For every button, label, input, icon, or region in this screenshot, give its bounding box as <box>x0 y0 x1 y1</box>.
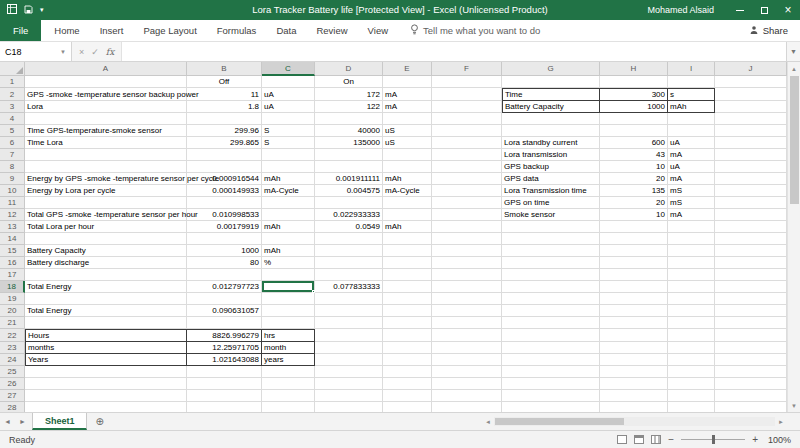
cell-B19[interactable] <box>187 293 262 305</box>
cell-I23[interactable] <box>668 342 715 354</box>
name-box-dropdown-icon[interactable]: ▼ <box>60 49 66 55</box>
cell-J27[interactable] <box>715 390 787 402</box>
cell-C3[interactable]: uA <box>262 101 315 113</box>
cell-C13[interactable]: mAh <box>262 221 315 233</box>
cell-H25[interactable] <box>600 366 668 378</box>
cell-E19[interactable] <box>383 293 432 305</box>
name-box[interactable]: C18 ▼ <box>0 42 72 61</box>
cell-E13[interactable]: mAh <box>383 221 432 233</box>
cell-A11[interactable] <box>25 197 187 209</box>
close-button[interactable]: × <box>776 0 800 20</box>
cell-A21[interactable] <box>25 317 187 329</box>
minimize-button[interactable] <box>728 0 752 20</box>
cell-D17[interactable] <box>315 269 383 281</box>
scroll-up-icon[interactable]: ▲ <box>788 62 800 75</box>
cell-F6[interactable] <box>432 137 502 149</box>
cell-J23[interactable] <box>715 342 787 354</box>
cell-C23[interactable]: month <box>262 342 315 354</box>
cell-D14[interactable] <box>315 233 383 245</box>
cell-D2[interactable]: 172 <box>315 88 383 101</box>
cell-F16[interactable] <box>432 257 502 269</box>
cell-C11[interactable] <box>262 197 315 209</box>
cell-B23[interactable]: 12.25971705 <box>187 342 262 354</box>
cell-F10[interactable] <box>432 185 502 197</box>
row-header-25[interactable]: 25 <box>0 366 25 378</box>
cell-B26[interactable] <box>187 378 262 390</box>
cell-H1[interactable] <box>600 76 668 88</box>
cell-H4[interactable] <box>600 113 668 125</box>
cell-H22[interactable] <box>600 329 668 342</box>
cell-H13[interactable] <box>600 221 668 233</box>
cell-I13[interactable] <box>668 221 715 233</box>
cell-A24[interactable]: Years <box>25 354 187 366</box>
cell-C12[interactable] <box>262 209 315 221</box>
zoom-in-button[interactable]: + <box>752 435 758 445</box>
cell-G27[interactable] <box>502 390 600 402</box>
cell-D11[interactable] <box>315 197 383 209</box>
cell-B25[interactable] <box>187 366 262 378</box>
cell-G14[interactable] <box>502 233 600 245</box>
cell-D25[interactable] <box>315 366 383 378</box>
save-icon[interactable] <box>24 5 33 16</box>
cell-H16[interactable] <box>600 257 668 269</box>
row-header-10[interactable]: 10 <box>0 185 25 197</box>
fill-handle[interactable] <box>312 290 315 293</box>
cell-D3[interactable]: 122 <box>315 101 383 113</box>
cell-A6[interactable]: Time Lora <box>25 137 187 149</box>
cell-I18[interactable] <box>668 281 715 293</box>
cell-B1[interactable]: Off <box>187 76 262 88</box>
cell-D9[interactable]: 0.001911111 <box>315 173 383 185</box>
cell-B17[interactable] <box>187 269 262 281</box>
cell-I12[interactable]: mA <box>668 209 715 221</box>
cell-J15[interactable] <box>715 245 787 257</box>
cell-G22[interactable] <box>502 329 600 342</box>
cell-C19[interactable] <box>262 293 315 305</box>
cell-J5[interactable] <box>715 125 787 137</box>
cell-F5[interactable] <box>432 125 502 137</box>
cell-J16[interactable] <box>715 257 787 269</box>
cell-F19[interactable] <box>432 293 502 305</box>
cell-I6[interactable]: uA <box>668 137 715 149</box>
cell-G16[interactable] <box>502 257 600 269</box>
row-header-12[interactable]: 12 <box>0 209 25 221</box>
ribbon-tab-data[interactable]: Data <box>266 20 306 41</box>
cell-D13[interactable]: 0.0549 <box>315 221 383 233</box>
cell-F4[interactable] <box>432 113 502 125</box>
cell-G2[interactable]: Time <box>502 88 600 101</box>
cell-E17[interactable] <box>383 269 432 281</box>
cell-I16[interactable] <box>668 257 715 269</box>
cell-C17[interactable] <box>262 269 315 281</box>
cell-E21[interactable] <box>383 317 432 329</box>
cell-A28[interactable] <box>25 402 187 412</box>
cell-E14[interactable] <box>383 233 432 245</box>
row-header-21[interactable]: 21 <box>0 317 25 329</box>
cell-G17[interactable] <box>502 269 600 281</box>
cell-H18[interactable] <box>600 281 668 293</box>
cell-A15[interactable]: Battery Capacity <box>25 245 187 257</box>
cell-B8[interactable] <box>187 161 262 173</box>
cell-B3[interactable]: 1.8 <box>187 101 262 113</box>
cell-D27[interactable] <box>315 390 383 402</box>
horizontal-scrollbar-thumb[interactable] <box>495 418 624 425</box>
cell-C6[interactable]: S <box>262 137 315 149</box>
cell-B18[interactable]: 0.012797723 <box>187 281 262 293</box>
cell-C14[interactable] <box>262 233 315 245</box>
row-header-16[interactable]: 16 <box>0 257 25 269</box>
zoom-percent[interactable]: 100% <box>765 435 791 445</box>
cell-G13[interactable] <box>502 221 600 233</box>
cell-E27[interactable] <box>383 390 432 402</box>
cell-J1[interactable] <box>715 76 787 88</box>
cell-I17[interactable] <box>668 269 715 281</box>
cell-B10[interactable]: 0.000149933 <box>187 185 262 197</box>
horizontal-scrollbar-track[interactable] <box>494 417 775 426</box>
cell-G12[interactable]: Smoke sensor <box>502 209 600 221</box>
cell-I27[interactable] <box>668 390 715 402</box>
cell-E26[interactable] <box>383 378 432 390</box>
cell-J10[interactable] <box>715 185 787 197</box>
cell-B6[interactable]: 299.865 <box>187 137 262 149</box>
cell-G10[interactable]: Lora Transmission time <box>502 185 600 197</box>
cell-B22[interactable]: 8826.996279 <box>187 329 262 342</box>
cell-H21[interactable] <box>600 317 668 329</box>
cell-F24[interactable] <box>432 354 502 366</box>
cell-H14[interactable] <box>600 233 668 245</box>
